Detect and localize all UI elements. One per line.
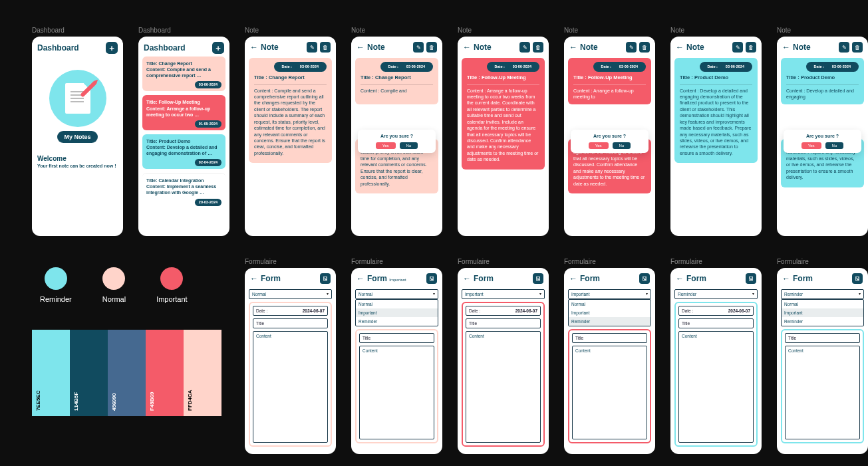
delete-button[interactable]: 🗑 xyxy=(426,42,437,53)
page-title: Note xyxy=(261,43,279,52)
back-button[interactable]: ←Note xyxy=(250,43,279,52)
back-button[interactable]: ←Note xyxy=(676,43,704,52)
frame-label: Note xyxy=(245,27,336,34)
frame-label: Note xyxy=(670,27,762,34)
edit-button[interactable]: ✎ xyxy=(626,42,637,53)
back-button[interactable]: ←Note xyxy=(782,43,811,52)
frame-label: Formulaire xyxy=(777,258,868,265)
type-option-normal[interactable]: Normal xyxy=(782,300,863,308)
type-option-reminder[interactable]: Reminder xyxy=(782,317,863,326)
title-input[interactable]: Title xyxy=(466,318,541,328)
save-button[interactable]: 🖫 xyxy=(639,273,650,284)
back-button[interactable]: ←Form xyxy=(250,274,281,283)
title-input[interactable]: Title xyxy=(678,318,754,328)
note-content: Content : Develop a detailed and engagin… xyxy=(786,88,859,100)
save-button[interactable]: 🖫 xyxy=(426,273,437,284)
note-content-box: Date : 03-06-2024 Title : Follow-Up Meet… xyxy=(568,58,651,104)
type-select[interactable]: Normal xyxy=(355,289,438,299)
type-select[interactable]: Important xyxy=(568,289,651,299)
title-input[interactable]: Title xyxy=(785,333,860,343)
type-option-important[interactable]: Important xyxy=(356,308,438,317)
content-textarea[interactable]: Content xyxy=(678,331,754,443)
title-input[interactable]: Title xyxy=(572,333,647,343)
add-button[interactable]: + xyxy=(106,42,118,54)
back-button[interactable]: ←Note xyxy=(463,43,492,52)
confirm-no-button[interactable]: No xyxy=(613,142,631,149)
delete-button[interactable]: 🗑 xyxy=(639,42,650,53)
confirm-yes-button[interactable]: Yes xyxy=(801,142,821,149)
note-card[interactable]: Title: Calendar Integration Content: Imp… xyxy=(142,173,225,208)
edit-button[interactable]: ✎ xyxy=(519,42,530,53)
page-title: Note xyxy=(580,43,598,52)
content-textarea[interactable]: Content xyxy=(785,346,860,439)
content-textarea[interactable]: Content xyxy=(253,331,328,443)
edit-button[interactable]: ✎ xyxy=(413,42,424,53)
note-card[interactable]: Title: Follow-Up Meeting Content: Arrang… xyxy=(142,95,225,130)
save-button[interactable]: 🖫 xyxy=(533,273,543,284)
type-option-reminder[interactable]: Reminder xyxy=(569,317,651,326)
back-icon: ← xyxy=(250,43,258,51)
delete-button[interactable]: 🗑 xyxy=(746,42,756,53)
save-button[interactable]: 🖫 xyxy=(320,273,331,284)
type-option-important[interactable]: Important xyxy=(569,308,651,317)
edit-button[interactable]: ✎ xyxy=(732,42,743,53)
date-field[interactable]: Date :2024-06-07 xyxy=(678,306,754,316)
type-select[interactable]: Reminder xyxy=(781,289,864,299)
date-pill: Date : 03-06-2024 xyxy=(700,62,752,72)
confirm-no-button[interactable]: No xyxy=(400,142,418,149)
type-select[interactable]: Reminder xyxy=(674,289,758,299)
type-dropdown: Normal Important Reminder xyxy=(568,299,651,326)
confirm-yes-button[interactable]: Yes xyxy=(589,142,609,149)
save-button[interactable]: 🖫 xyxy=(746,273,756,284)
welcome-heading: Welcome xyxy=(37,155,67,162)
hex-label: 456990 xyxy=(111,393,117,411)
type-option-normal[interactable]: Normal xyxy=(569,300,651,308)
back-button[interactable]: ←Form xyxy=(463,274,494,283)
back-button[interactable]: ←Form xyxy=(569,274,600,283)
date-field[interactable]: Date :2024-06-07 xyxy=(253,306,328,316)
delete-button[interactable]: 🗑 xyxy=(852,42,863,53)
delete-button[interactable]: 🗑 xyxy=(320,42,331,53)
save-button[interactable]: 🖫 xyxy=(852,273,863,284)
page-title: Form xyxy=(793,274,813,283)
type-select[interactable]: Normal xyxy=(249,289,332,299)
back-button[interactable]: ←Form xyxy=(782,274,813,283)
frame-label: Formulaire xyxy=(351,258,442,265)
back-button[interactable]: ←Note xyxy=(569,43,598,52)
type-option-important[interactable]: Important xyxy=(782,308,863,317)
edit-button[interactable]: ✎ xyxy=(839,42,849,53)
add-button[interactable]: + xyxy=(212,42,224,54)
save-icon: 🖫 xyxy=(642,276,647,282)
note-content: Content : Develop a detailed and engagin… xyxy=(680,88,752,157)
note-card[interactable]: Title: Change Report Content: Compile an… xyxy=(142,57,225,91)
edit-button[interactable]: ✎ xyxy=(307,42,317,53)
back-button[interactable]: ←Note xyxy=(357,43,385,52)
trash-icon: 🗑 xyxy=(748,45,754,51)
confirm-yes-button[interactable]: Yes xyxy=(376,142,396,149)
type-legend: Reminder Normal Important xyxy=(40,267,188,303)
note-card-content: Content: Compile and send a comprehensiv… xyxy=(146,66,221,78)
type-select[interactable]: Important xyxy=(462,289,545,299)
back-button[interactable]: ←Form Important xyxy=(357,274,406,283)
legend-label: Normal xyxy=(102,295,126,303)
content-textarea[interactable]: Content xyxy=(466,331,541,443)
type-option-reminder[interactable]: Reminder xyxy=(356,317,438,326)
phone-form-important: ←Form 🖫 Important Date :2024-06-07 Title… xyxy=(458,268,549,454)
content-textarea[interactable]: Content xyxy=(572,346,647,439)
delete-button[interactable]: 🗑 xyxy=(533,42,543,53)
confirm-no-button[interactable]: No xyxy=(825,142,844,149)
date-field[interactable]: Date :2024-06-07 xyxy=(466,306,541,316)
hex-label: F45B69 xyxy=(149,392,155,411)
type-option-normal[interactable]: Normal xyxy=(356,300,438,308)
pencil-icon: ✎ xyxy=(842,45,847,51)
back-button[interactable]: ←Form xyxy=(676,274,706,283)
page-title: Form Important xyxy=(367,274,406,283)
type-dropdown: Normal Important Reminder xyxy=(781,299,864,326)
title-input[interactable]: Title xyxy=(359,333,434,343)
save-icon: 🖫 xyxy=(748,276,754,282)
save-icon: 🖫 xyxy=(855,276,860,282)
title-input[interactable]: Title xyxy=(253,318,328,328)
note-card[interactable]: Title: Product Demo Content: Develop a d… xyxy=(142,134,225,169)
page-title: Form xyxy=(261,274,281,283)
content-textarea[interactable]: Content xyxy=(359,346,434,439)
